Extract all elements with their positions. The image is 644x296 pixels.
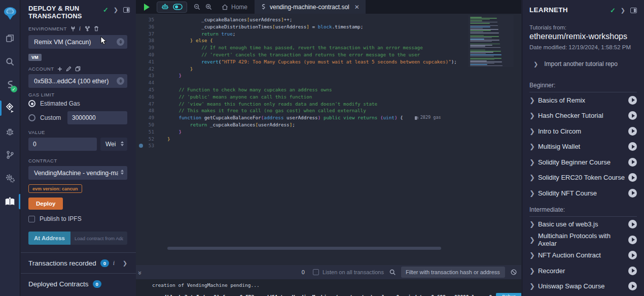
at-address-input[interactable] xyxy=(70,232,127,245)
line-number[interactable]: 49 xyxy=(149,115,154,120)
custom-gas-radio[interactable] xyxy=(28,114,35,121)
code-line[interactable]: 39 // If not enough time has passed, rev… xyxy=(136,44,521,51)
code-line[interactable]: 40 // 'revert' cancels the transaction a… xyxy=(136,51,521,58)
play-tutorial-button[interactable] xyxy=(628,282,637,290)
line-number[interactable]: 36 xyxy=(149,24,154,29)
environment-select[interactable]: Remix VM (Cancun) xyxy=(28,35,127,49)
play-tutorial-button[interactable] xyxy=(628,173,637,182)
breakpoint-dot[interactable] xyxy=(139,144,143,148)
estimated-gas-radio[interactable] xyxy=(28,100,35,107)
minimap[interactable] xyxy=(468,15,514,67)
deploy-run-icon[interactable] xyxy=(0,96,20,120)
play-tutorial-button[interactable] xyxy=(628,96,637,105)
transactions-recorded-row[interactable]: Transactions recorded 0 i ❯ xyxy=(21,253,136,273)
edit-icon[interactable] xyxy=(66,66,71,72)
plug-icon[interactable] xyxy=(70,26,76,31)
code-line[interactable]: 47 // 'view' means this function only re… xyxy=(136,101,521,108)
horizontal-scrollbar[interactable] xyxy=(167,247,441,250)
solidity-compiler-icon[interactable]: ✓ xyxy=(0,73,20,96)
code-line[interactable]: 52} xyxy=(136,136,521,143)
line-number[interactable]: 45 xyxy=(149,87,154,92)
chevron-right-icon[interactable]: ❯ xyxy=(123,260,127,267)
play-tutorial-button[interactable] xyxy=(628,189,637,198)
line-number[interactable]: 42 xyxy=(149,66,154,72)
tutorial-item[interactable]: ❯Basic use of web3.js xyxy=(529,217,637,233)
trash-icon[interactable] xyxy=(94,26,99,31)
line-number[interactable]: 43 xyxy=(149,73,154,78)
line-number[interactable]: 40 xyxy=(149,52,154,57)
tutorial-item[interactable]: ❯Solidity NFT Course xyxy=(529,185,637,201)
code-line[interactable]: 35 _cupcakeBalances[userAddress]++; xyxy=(136,16,521,23)
file-explorer-icon[interactable] xyxy=(0,26,20,50)
tutorial-item[interactable]: ❯Multichain Protocols with Axelar xyxy=(529,232,637,248)
code-line[interactable]: 46 // 'public' means anyone can call thi… xyxy=(136,93,521,101)
chevron-right-icon[interactable]: ❯ xyxy=(114,7,118,13)
line-number[interactable]: 53 xyxy=(149,143,154,148)
at-address-button[interactable]: At Address xyxy=(28,232,70,245)
line-number[interactable]: 50 xyxy=(149,122,154,127)
debug-button[interactable]: Debug xyxy=(496,293,521,296)
value-unit-select[interactable]: Wei xyxy=(100,138,127,151)
line-number[interactable]: 41 xyxy=(149,59,154,64)
debugger-icon[interactable] xyxy=(0,120,20,143)
line-number[interactable]: 52 xyxy=(149,136,154,142)
code-line[interactable]: 48 // This makes it free to call (no gas… xyxy=(136,107,521,114)
line-number[interactable]: 51 xyxy=(149,129,154,135)
copy-icon[interactable] xyxy=(75,66,81,72)
import-repo-row[interactable]: ❯ Import another tutorial repo xyxy=(522,50,644,72)
remix-logo-icon[interactable] xyxy=(0,0,20,26)
code-line[interactable]: 53 xyxy=(136,142,521,149)
tutorial-item[interactable]: ❯Uniswap Swap Course xyxy=(529,279,637,294)
tutorial-item[interactable]: ❯Solidity ERC20 Token Course xyxy=(529,170,637,186)
play-tutorial-button[interactable] xyxy=(628,127,637,136)
code-line[interactable]: 45 // Function to check how many cupcake… xyxy=(136,86,521,93)
play-tutorial-button[interactable] xyxy=(628,158,637,167)
clear-terminal-icon[interactable] xyxy=(510,269,517,276)
value-input[interactable] xyxy=(28,138,97,151)
code-line[interactable]: 50 return _cupcakeBalances[userAddress]; xyxy=(136,121,521,128)
contract-select[interactable]: VendingMachine - vending-machin xyxy=(28,166,127,180)
code-line[interactable]: 38 } else { xyxy=(136,37,521,44)
settings-icon[interactable] xyxy=(0,167,20,190)
terminal-tx-row[interactable]: [block:2 txIndex:0] from: 0x5B3...eddC4 … xyxy=(164,293,521,296)
code-line[interactable]: 41 revert("HTTP 429: Too Many Cupcakes (… xyxy=(136,58,521,65)
tutorial-item[interactable]: ❯Solidity Beginner Course xyxy=(529,154,637,170)
line-number[interactable]: 48 xyxy=(149,108,154,113)
code-line[interactable]: 36 _cupcakeDistributionTimes[userAddress… xyxy=(136,23,521,30)
tab-vending-machine-contract[interactable]: vending-machine-contract.sol ✕ xyxy=(255,0,366,14)
terminal-filter-input[interactable] xyxy=(401,267,505,278)
tutorial-item[interactable]: ❯Hash Checker Tutorial xyxy=(529,108,637,124)
tutorial-item[interactable]: ❯Intro to Circom xyxy=(529,123,637,139)
code-line[interactable]: 44 xyxy=(136,79,521,86)
play-tutorial-button[interactable] xyxy=(628,267,637,275)
code-line[interactable]: 42 } xyxy=(136,65,521,73)
tutorial-item[interactable]: ❯NFT Auction Contract xyxy=(529,248,637,264)
search-icon[interactable] xyxy=(0,50,20,73)
code-line[interactable]: 51 } xyxy=(136,128,521,136)
pin-panel-icon[interactable] xyxy=(630,8,637,13)
zoom-in-icon[interactable] xyxy=(205,3,212,11)
code-line[interactable]: 37 return true; xyxy=(136,30,521,38)
close-tab-icon[interactable]: ✕ xyxy=(354,4,360,11)
play-tutorial-button[interactable] xyxy=(628,220,637,228)
tab-home[interactable]: Home xyxy=(214,0,255,14)
play-tutorial-button[interactable] xyxy=(628,236,637,244)
terminal-search-icon[interactable] xyxy=(389,269,396,276)
deployed-contracts-row[interactable]: Deployed Contracts 0 xyxy=(21,274,136,294)
tutorial-item[interactable]: ❯Multisig Wallet xyxy=(529,139,637,155)
line-number[interactable]: 46 xyxy=(149,94,154,100)
expand-terminal-icon[interactable]: » xyxy=(136,271,144,273)
play-tutorial-button[interactable] xyxy=(628,251,637,259)
line-number[interactable]: 37 xyxy=(149,31,154,37)
account-select[interactable]: 0x5B3...eddC4 (100 ether) xyxy=(28,74,127,88)
tutorial-item[interactable]: ❯Basics of Remix xyxy=(529,92,637,108)
deploy-button[interactable]: Deploy xyxy=(28,198,63,210)
publish-ipfs-checkbox[interactable] xyxy=(28,216,35,222)
play-tutorial-button[interactable] xyxy=(628,142,637,151)
run-script-button[interactable] xyxy=(144,4,150,11)
line-number[interactable]: 38 xyxy=(149,38,154,43)
tutorial-item[interactable]: ❯Recorder xyxy=(529,263,637,279)
listen-all-checkbox[interactable] xyxy=(313,269,319,275)
ai-robot-icon[interactable] xyxy=(161,3,169,11)
line-number[interactable]: 39 xyxy=(149,45,154,50)
